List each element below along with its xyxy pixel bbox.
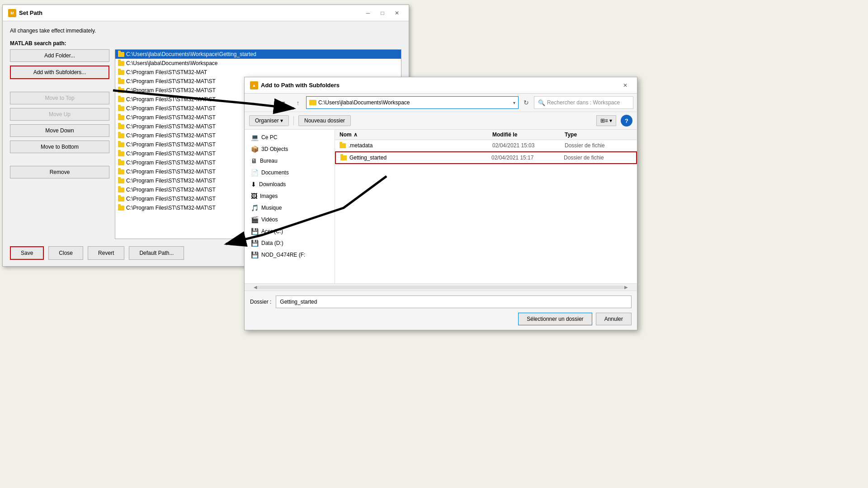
file-folder-icon	[340, 143, 346, 148]
organiser-button[interactable]: Organiser ▾	[249, 115, 289, 126]
file-name: Getting_started	[349, 155, 387, 161]
minimize-button[interactable]: ─	[362, 8, 374, 18]
new-folder-button[interactable]: Nouveau dossier	[298, 115, 351, 126]
sort-arrow: ∧	[354, 131, 358, 138]
nav-icon: 📄	[251, 169, 259, 176]
nav-label: Downloads	[259, 181, 286, 188]
maximize-button[interactable]: □	[376, 8, 389, 18]
select-folder-button[interactable]: Sélectionner un dossier	[518, 313, 592, 325]
address-input[interactable]: C:\Users\jlaba\Documents\Workspace ▾	[306, 96, 519, 109]
matlab-icon: M	[8, 9, 16, 17]
dialog-title: ▲ Add to Path with Subfolders	[250, 81, 340, 89]
nav-icon: 🖥	[251, 157, 257, 164]
nav-label: Data (D:)	[261, 240, 283, 246]
column-date[interactable]: Modifié le	[492, 131, 565, 138]
file-type: Dossier de fichie	[564, 155, 632, 161]
close-dialog-button[interactable]: Close	[48, 246, 83, 260]
spacer-2	[10, 157, 109, 162]
path-text: C:\Program Files\ST\STM32-MAT\ST	[126, 78, 216, 84]
address-dropdown-icon[interactable]: ▾	[513, 100, 515, 105]
default-path-button[interactable]: Default Path...	[129, 246, 184, 260]
save-button[interactable]: Save	[10, 246, 44, 260]
nav-tree-item[interactable]: 💻Ce PC	[245, 131, 335, 143]
spacer-1	[10, 83, 109, 88]
nav-icon: 📦	[251, 145, 259, 153]
nav-label: Ce PC	[261, 134, 277, 141]
add-path-dialog: ▲ Add to Path with Subfolders ✕ ← → ▾ ↑ …	[244, 77, 637, 330]
file-row[interactable]: Getting_started 02/04/2021 15:17 Dossier…	[335, 151, 637, 164]
folder-icon	[118, 124, 124, 129]
folder-icon	[118, 206, 124, 211]
nav-tree-item[interactable]: 💾NOD_G474RE (F:	[245, 249, 335, 261]
folder-icon	[118, 169, 124, 174]
remove-button[interactable]: Remove	[10, 166, 109, 178]
path-text: C:\Program Files\ST\STM32-MAT\ST	[126, 141, 216, 148]
nav-icon: 💾	[251, 251, 259, 258]
folder-icon	[118, 79, 124, 84]
nav-icon: 💾	[251, 228, 259, 235]
close-button[interactable]: ✕	[391, 8, 403, 18]
scroll-track[interactable]	[257, 286, 624, 289]
scroll-prev[interactable]: ◀	[254, 285, 257, 290]
search-path-label: MATLAB search path:	[10, 40, 401, 47]
move-to-bottom-button[interactable]: Move to Bottom	[10, 141, 109, 153]
path-text: C:\Program Files\ST\STM32-MAT\ST	[126, 150, 216, 157]
path-item[interactable]: C:\Users\jlaba\Documents\Workspace	[115, 59, 401, 68]
nav-tree-item[interactable]: 🎬Vidéos	[245, 214, 335, 225]
forward-button[interactable]: →	[263, 97, 275, 108]
nav-tree-item[interactable]: 🎵Musique	[245, 202, 335, 214]
column-type[interactable]: Type	[565, 131, 632, 138]
path-text: C:\Program Files\ST\STM32-MAT\ST	[126, 178, 216, 184]
nav-tree-item[interactable]: 📦3D Objects	[245, 143, 335, 155]
set-path-title-text: Set Path	[19, 9, 42, 16]
path-text: C:\Program Files\ST\STM32-MAT\ST	[126, 96, 216, 103]
path-item[interactable]: C:\Program Files\ST\STM32-MAT	[115, 68, 401, 77]
window-controls: ─ □ ✕	[362, 8, 403, 18]
add-folder-button[interactable]: Add Folder...	[10, 49, 109, 62]
nav-label: Vidéos	[261, 216, 278, 223]
revert-button[interactable]: Revert	[88, 246, 124, 260]
file-row[interactable]: .metadata 02/04/2021 15:03 Dossier de fi…	[335, 140, 637, 151]
column-name[interactable]: Nom ∧	[340, 131, 492, 138]
folder-icon	[118, 160, 124, 165]
nav-tree-item[interactable]: 🖥Bureau	[245, 155, 335, 167]
folder-icon	[118, 52, 124, 57]
up-button[interactable]: ↑	[292, 97, 304, 108]
refresh-button[interactable]: ↻	[520, 97, 532, 108]
nav-tree-item[interactable]: 💾Acer (C:)	[245, 225, 335, 237]
nav-tree-item[interactable]: ⬇Downloads	[245, 178, 335, 190]
folder-icon	[118, 88, 124, 93]
path-text: C:\Program Files\ST\STM32-MAT\ST	[126, 187, 216, 193]
folder-icon	[118, 178, 124, 183]
nav-tree: 💻Ce PC📦3D Objects🖥Bureau📄Documents⬇Downl…	[245, 130, 335, 283]
dialog-toolbar: Organiser ▾ Nouveau dossier ⊞≡ ▾ ?	[245, 112, 637, 130]
add-with-subfolders-button[interactable]: Add with Subfolders...	[10, 66, 109, 79]
path-item[interactable]: C:\Users\jlaba\Documents\Workspace\Getti…	[115, 50, 401, 59]
help-button[interactable]: ?	[621, 115, 632, 127]
nav-label: Musique	[261, 205, 282, 211]
nav-tree-item[interactable]: 💾Data (D:)	[245, 237, 335, 249]
move-up-button[interactable]: Move Up	[10, 108, 109, 121]
file-list-header: Nom ∧ Modifié le Type	[335, 130, 637, 140]
folder-icon	[118, 197, 124, 202]
nav-tree-item[interactable]: 🖼Images	[245, 190, 335, 202]
folder-icon	[118, 188, 124, 192]
back-button[interactable]: ←	[248, 97, 261, 108]
path-text: C:\Program Files\ST\STM32-MAT\ST	[126, 169, 216, 175]
nav-label: Acer (C:)	[261, 228, 283, 235]
folder-icon	[118, 97, 124, 102]
dialog-titlebar: ▲ Add to Path with Subfolders ✕	[245, 77, 637, 94]
scroll-next[interactable]: ▶	[624, 285, 628, 290]
view-button[interactable]: ⊞≡ ▾	[596, 115, 616, 126]
folder-icon	[118, 142, 124, 147]
dossier-input[interactable]	[276, 296, 632, 308]
dropdown-button[interactable]: ▾	[277, 97, 290, 108]
search-box[interactable]: 🔍 Rechercher dans : Workspace	[534, 96, 633, 109]
path-text: C:\Program Files\ST\STM32-MAT\ST	[126, 132, 216, 139]
move-down-button[interactable]: Move Down	[10, 124, 109, 137]
address-bar: ← → ▾ ↑ C:\Users\jlaba\Documents\Workspa…	[245, 94, 637, 112]
cancel-button[interactable]: Annuler	[596, 313, 632, 325]
dialog-close-button[interactable]: ✕	[619, 80, 632, 90]
move-to-top-button[interactable]: Move to Top	[10, 92, 109, 104]
nav-tree-item[interactable]: 📄Documents	[245, 167, 335, 178]
